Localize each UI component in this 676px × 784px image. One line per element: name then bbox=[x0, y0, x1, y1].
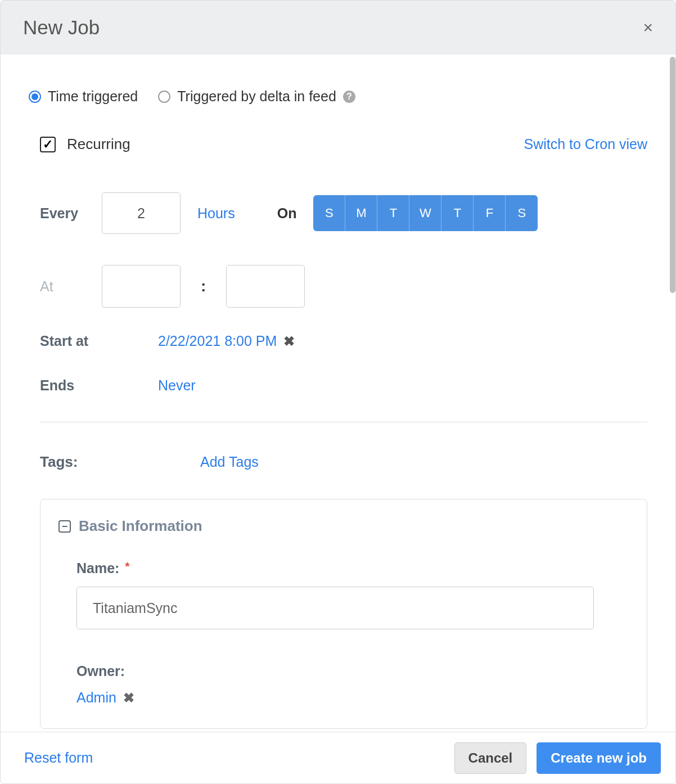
day-pill-wed[interactable]: W bbox=[409, 195, 441, 231]
collapse-icon[interactable]: − bbox=[58, 520, 71, 533]
radio-circle-icon bbox=[29, 91, 41, 103]
radio-dot-icon bbox=[31, 93, 38, 100]
create-new-job-button[interactable]: Create new job bbox=[537, 742, 661, 774]
reset-form-link[interactable]: Reset form bbox=[24, 750, 93, 766]
modal-body: Time triggered Triggered by delta in fee… bbox=[1, 55, 675, 729]
ends-label: Ends bbox=[40, 377, 158, 394]
panel-header: − Basic Information bbox=[58, 517, 629, 535]
day-pill-sun[interactable]: S bbox=[313, 195, 345, 231]
ends-value[interactable]: Never bbox=[158, 377, 196, 394]
day-pill-mon[interactable]: M bbox=[345, 195, 377, 231]
cancel-button[interactable]: Cancel bbox=[454, 742, 527, 774]
trigger-row: Time triggered Triggered by delta in fee… bbox=[29, 88, 647, 105]
time-separator: : bbox=[201, 277, 206, 295]
every-row: Every Hours On S M T W T F S bbox=[40, 192, 647, 234]
modal-header: New Job × bbox=[1, 1, 675, 55]
check-icon: ✓ bbox=[43, 138, 53, 151]
close-icon[interactable]: × bbox=[643, 19, 653, 36]
every-input[interactable] bbox=[102, 192, 181, 234]
day-pills-group: S M T W T F S bbox=[313, 195, 538, 231]
clear-owner-icon[interactable]: ✖ bbox=[123, 690, 134, 706]
recurring-checkbox[interactable]: ✓ bbox=[40, 137, 56, 152]
day-pill-tue[interactable]: T bbox=[377, 195, 409, 231]
radio-delta-triggered[interactable]: Triggered by delta in feed ? bbox=[158, 88, 355, 105]
name-label-text: Name: bbox=[76, 560, 119, 576]
owner-value-row: Admin ✖ bbox=[76, 690, 629, 706]
owner-value[interactable]: Admin bbox=[76, 690, 116, 706]
modal-title: New Job bbox=[23, 16, 100, 39]
day-pill-thu[interactable]: T bbox=[441, 195, 474, 231]
every-label: Every bbox=[40, 205, 102, 222]
at-hour-input[interactable] bbox=[102, 265, 181, 308]
start-at-label: Start at bbox=[40, 333, 158, 349]
radio-circle-icon bbox=[158, 91, 170, 103]
at-minute-input[interactable] bbox=[226, 265, 305, 308]
recurring-check-wrap: ✓ Recurring bbox=[40, 136, 130, 153]
add-tags-link[interactable]: Add Tags bbox=[200, 454, 259, 470]
required-asterisk: * bbox=[125, 560, 129, 573]
on-label: On bbox=[277, 205, 297, 222]
radio-time-triggered[interactable]: Time triggered bbox=[29, 88, 138, 105]
start-at-value[interactable]: 2/22/2021 8:00 PM bbox=[158, 333, 277, 349]
name-field-block: Name: * Owner: Admin ✖ bbox=[76, 560, 629, 706]
day-pill-sat[interactable]: S bbox=[506, 195, 538, 231]
modal-footer: Reset form Cancel Create new job bbox=[1, 732, 675, 783]
help-icon[interactable]: ? bbox=[343, 91, 355, 103]
switch-cron-link[interactable]: Switch to Cron view bbox=[524, 136, 647, 152]
radio-time-label: Time triggered bbox=[48, 88, 138, 105]
footer-right: Cancel Create new job bbox=[454, 742, 661, 774]
panel-title: Basic Information bbox=[79, 517, 202, 535]
recurring-row: ✓ Recurring Switch to Cron view bbox=[40, 136, 647, 153]
at-label: At bbox=[40, 278, 102, 295]
owner-label: Owner: bbox=[76, 663, 629, 679]
scrollbar[interactable] bbox=[670, 57, 675, 293]
at-row: At : bbox=[40, 265, 647, 308]
tags-row: Tags: Add Tags bbox=[40, 453, 647, 471]
name-label: Name: * bbox=[76, 560, 629, 576]
recurring-label: Recurring bbox=[67, 136, 130, 153]
divider bbox=[40, 422, 647, 422]
clear-start-icon[interactable]: ✖ bbox=[283, 334, 295, 349]
basic-info-panel: − Basic Information Name: * Owner: Admin… bbox=[40, 499, 647, 729]
tags-label: Tags: bbox=[40, 453, 200, 471]
every-unit-select[interactable]: Hours bbox=[197, 205, 235, 222]
radio-delta-label: Triggered by delta in feed bbox=[177, 88, 336, 105]
day-pill-fri[interactable]: F bbox=[474, 195, 506, 231]
start-at-row: Start at 2/22/2021 8:00 PM ✖ bbox=[40, 333, 647, 349]
name-input[interactable] bbox=[76, 587, 594, 629]
ends-row: Ends Never bbox=[40, 377, 647, 394]
